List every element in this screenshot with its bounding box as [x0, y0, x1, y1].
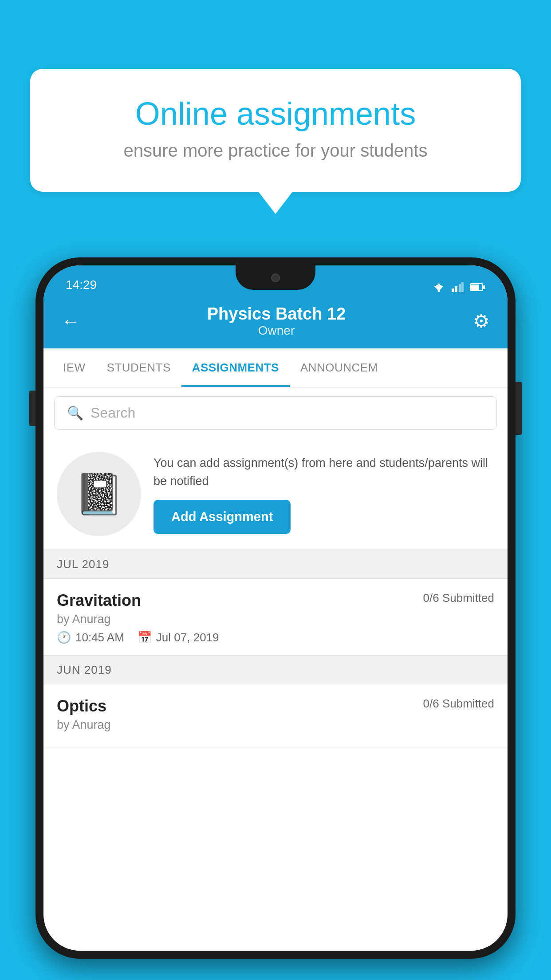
- svg-rect-6: [459, 284, 461, 292]
- calendar-icon: 📅: [138, 631, 152, 644]
- assignment-submitted-optics: 0/6 Submitted: [423, 697, 494, 711]
- phone-notch: [236, 265, 315, 290]
- phone-mockup: 14:29: [35, 257, 516, 959]
- svg-rect-4: [452, 288, 454, 292]
- back-button[interactable]: ←: [61, 311, 80, 332]
- assignment-author-optics: by Anurag: [57, 718, 494, 732]
- svg-rect-7: [461, 282, 464, 292]
- month-header-jul: JUL 2019: [43, 550, 508, 579]
- assignment-meta: 🕐 10:45 AM 📅 Jul 07, 2019: [57, 631, 494, 644]
- header-subtitle: Owner: [207, 324, 346, 338]
- svg-rect-10: [471, 285, 479, 290]
- svg-point-3: [438, 290, 440, 292]
- assignment-submitted: 0/6 Submitted: [423, 591, 494, 605]
- tabs-bar: IEW STUDENTS ASSIGNMENTS ANNOUNCEM: [43, 348, 508, 387]
- assignment-time: 🕐 10:45 AM: [57, 631, 124, 644]
- search-container: 🔍 Search: [43, 387, 508, 439]
- promo-card: Online assignments ensure more practice …: [30, 69, 521, 192]
- tab-overview[interactable]: IEW: [52, 348, 96, 387]
- promo-description: You can add assignment(s) from here and …: [153, 454, 494, 490]
- svg-rect-9: [483, 285, 485, 289]
- assignment-date: 📅 Jul 07, 2019: [138, 631, 219, 644]
- assignment-item-gravitation[interactable]: Gravitation 0/6 Submitted by Anurag 🕐 10…: [43, 579, 508, 656]
- notebook-icon-circle: 📓: [57, 452, 141, 536]
- notebook-icon: 📓: [74, 471, 124, 518]
- promo-box: 📓 You can add assignment(s) from here an…: [43, 439, 508, 550]
- phone-outer: 14:29: [35, 257, 516, 959]
- tab-assignments[interactable]: ASSIGNMENTS: [181, 348, 290, 387]
- status-icons: [432, 282, 485, 292]
- battery-icon: [470, 283, 485, 292]
- svg-rect-5: [455, 286, 457, 292]
- tab-announcements[interactable]: ANNOUNCEM: [290, 348, 389, 387]
- speech-bubble: Online assignments ensure more practice …: [30, 69, 521, 192]
- tab-students[interactable]: STUDENTS: [96, 348, 181, 387]
- wifi-icon: [432, 282, 445, 292]
- clock-icon: 🕐: [57, 631, 71, 644]
- assignment-item-optics[interactable]: Optics 0/6 Submitted by Anurag: [43, 684, 508, 747]
- app-header: ← Physics Batch 12 Owner ⚙: [43, 296, 508, 348]
- status-time: 14:29: [66, 278, 97, 292]
- settings-icon[interactable]: ⚙: [473, 310, 490, 332]
- signal-icon: [452, 282, 464, 292]
- search-box[interactable]: 🔍 Search: [54, 396, 497, 430]
- assignment-title-optics: Optics: [57, 697, 106, 715]
- speech-bubble-subtitle: ensure more practice for your students: [66, 141, 485, 161]
- assignment-author: by Anurag: [57, 612, 494, 626]
- camera-icon: [271, 273, 280, 282]
- search-placeholder: Search: [91, 405, 135, 421]
- header-title-group: Physics Batch 12 Owner: [207, 304, 346, 338]
- add-assignment-button[interactable]: Add Assignment: [153, 500, 291, 534]
- phone-screen: 14:29: [43, 265, 508, 951]
- speech-bubble-title: Online assignments: [66, 95, 485, 132]
- search-icon: 🔍: [67, 405, 83, 421]
- month-header-jun: JUN 2019: [43, 656, 508, 684]
- promo-text-area: You can add assignment(s) from here and …: [153, 454, 494, 534]
- assignment-title: Gravitation: [57, 591, 141, 610]
- header-title: Physics Batch 12: [207, 304, 346, 324]
